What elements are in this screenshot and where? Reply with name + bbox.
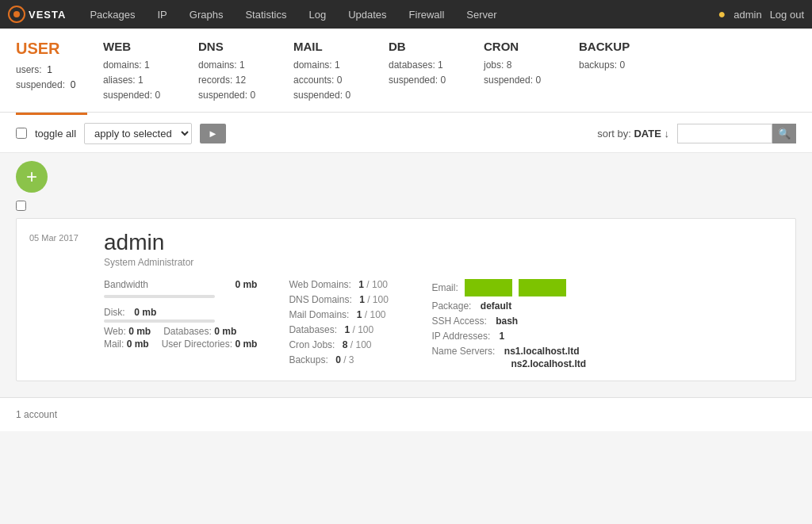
web-domains-row: Web Domains: 1 / 100 [289,279,400,290]
account-count: 1 account [16,409,57,420]
cron-title: CRON [484,40,555,53]
user-row-1-label: suspended: [16,79,65,90]
stats-web: WEB domains: 1 aliases: 1 suspended: 0 [103,40,198,104]
main-content: + 05 Mar 2017 admin System Administrator… [0,153,812,397]
db-title: DB [389,40,460,53]
nav-item-log[interactable]: Log [297,0,337,29]
user-dir-label: User Directories: 0 mb [162,338,258,350]
mail-domains-row: Mail Domains: 1 / 100 [289,309,400,320]
disk-sub-row: Web: 0 mb Databases: 0 mb [104,326,257,337]
user-row-checkbox[interactable] [16,201,26,211]
dns-title: DNS [198,40,270,53]
user-row: 05 Mar 2017 admin System Administrator B… [16,218,796,381]
ssh-row: SSH Access: bash [431,316,590,327]
sort-label: sort by: DATE ↓ [597,128,669,140]
search-button[interactable]: 🔍 [772,124,796,143]
footer: 1 account [0,397,812,431]
ip-row: IP Addresses: 1 [431,331,590,342]
search-input[interactable] [677,124,772,143]
nav-item-packages[interactable]: Packages [79,0,146,29]
user-info: admin System Administrator Bandwidth 0 m… [104,230,783,369]
email-highlight2 [519,279,566,296]
nav-item-graphs[interactable]: Graphs [178,0,235,29]
db-label-small: Databases: 0 mb [163,326,236,337]
backup-title: BACKUP [579,40,650,53]
nav-item-updates[interactable]: Updates [337,0,397,29]
mail-label-small: Mail: 0 mb [104,338,149,350]
user-date: 05 Mar 2017 [29,233,93,243]
disk-sub-row2: Mail: 0 mb User Directories: 0 mb [104,338,257,350]
nameserver2-row: ns2.localhost.ltd [511,358,590,369]
toolbar: toggle all apply to selected ► sort by: … [0,115,812,153]
backups-row: Backups: 0 / 3 [289,354,400,365]
stats-backup: BACKUP backups: 0 [579,40,674,73]
stats-bar: USER users: 1 suspended: 0 WEB domains: … [0,29,812,113]
nav-item-statistics[interactable]: Statistics [234,0,297,29]
nameservers-row: Name Servers: ns1.localhost.ltd [431,346,590,357]
add-user-button[interactable]: + [16,161,48,193]
user-row-0-value: 1 [47,64,52,75]
bandwidth-row: Bandwidth 0 mb [104,279,257,290]
col2: Web Domains: 1 / 100 DNS Domains: 1 / 10… [289,279,400,369]
logout-link[interactable]: Log out [770,9,804,21]
user-name: admin [104,230,783,255]
user-row-0-label: users: [16,64,42,75]
user-title: USER [16,40,79,58]
dns-domains-row: DNS Domains: 1 / 100 [289,294,400,305]
web-title: WEB [103,40,174,53]
search-area: 🔍 [677,124,796,143]
stats-cron: CRON jobs: 8 suspended: 0 [484,40,579,88]
apply-go-button[interactable]: ► [200,124,226,143]
nav-item-ip[interactable]: IP [146,0,178,29]
nav-right: ● admin Log out [718,7,804,21]
email-highlight1 [465,279,512,296]
stats-mail: MAIL domains: 1 accounts: 0 suspended: 0 [293,40,389,104]
col1: Bandwidth 0 mb Disk: 0 mb Web: 0 mb [104,279,257,369]
col3: Email: Package: default SSH Access: bash… [431,279,590,369]
databases-row: Databases: 1 / 100 [289,324,400,335]
toggle-all-checkbox[interactable] [16,128,27,139]
logo-text: VESTA [29,9,66,21]
bandwidth-label: Bandwidth [104,279,148,290]
stats-dns: DNS domains: 1 records: 12 suspended: 0 [198,40,293,104]
stats-user: USER users: 1 suspended: 0 [16,40,103,93]
navbar: VESTA Packages IP Graphs Statistics Log … [0,0,812,29]
nav-item-server[interactable]: Server [455,0,508,29]
toggle-all-label: toggle all [35,128,76,140]
user-role: System Administrator [104,257,783,268]
disk-value: 0 mb [134,307,156,318]
admin-link[interactable]: admin [733,9,761,21]
disk-row: Disk: 0 mb [104,306,257,318]
user-row-1: suspended: 0 [16,78,79,93]
disk-label: Disk: [104,307,125,318]
apply-to-selected-dropdown[interactable]: apply to selected [84,123,192,144]
user-row-1-value: 0 [71,79,76,90]
cron-jobs-row: Cron Jobs: 8 / 100 [289,339,400,350]
package-row: Package: default [431,300,590,312]
stats-db: DB databases: 1 suspended: 0 [389,40,484,88]
web-label: Web: 0 mb [104,326,151,337]
bandwidth-value: 0 mb [235,279,257,290]
logo-circle [8,6,25,23]
bell-icon[interactable]: ● [718,7,726,21]
user-row-0: users: 1 [16,63,79,78]
nav-item-firewall[interactable]: Firewall [398,0,456,29]
email-row: Email: [431,279,590,296]
logo-inner [13,11,20,17]
nav-items: Packages IP Graphs Statistics Log Update… [79,0,718,29]
logo[interactable]: VESTA [8,6,66,23]
sort-key: DATE [634,128,661,140]
mail-title: MAIL [293,40,365,53]
